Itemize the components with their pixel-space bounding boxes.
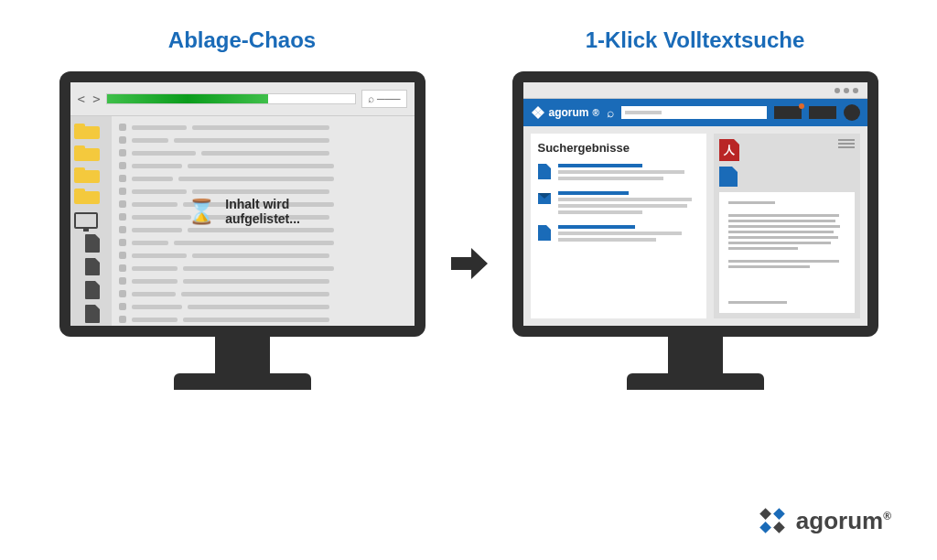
right-title: 1-Klick Volltextsuche [586, 27, 805, 53]
arrow-icon [447, 242, 490, 285]
folder-icon [74, 166, 100, 182]
folder-sidebar [70, 116, 112, 326]
document-icon [85, 258, 100, 276]
nav-arrows-icon: < > [78, 92, 101, 106]
search-icon: ⌕ [607, 105, 614, 120]
window-controls [523, 82, 867, 99]
document-icon [85, 281, 100, 299]
search-box: ⌕ ─── [361, 90, 407, 108]
left-monitor: < > ⌕ ─── [59, 71, 425, 390]
left-title: Ablage-Chaos [168, 27, 316, 53]
preview-panel: 人 [714, 134, 860, 318]
right-panel: 1-Klick Volltextsuche agorum® ⌕ [508, 27, 882, 390]
result-item[interactable] [538, 164, 699, 180]
results-title: Suchergebnisse [538, 141, 699, 155]
brand-logo: agorum® [531, 105, 599, 120]
svg-rect-7 [773, 522, 785, 533]
results-panel: Suchergebnisse [531, 134, 706, 318]
right-monitor: agorum® ⌕ Suchergebnisse [512, 71, 878, 390]
computer-icon [74, 212, 98, 229]
result-item[interactable] [538, 225, 699, 242]
footer-brand-text: agorum® [796, 507, 891, 535]
footer-brand: agorum® [756, 504, 891, 537]
mail-icon [538, 193, 551, 204]
hourglass-icon: ⌛ [187, 198, 216, 226]
toolbar-button[interactable] [774, 106, 802, 119]
search-input[interactable] [621, 106, 767, 119]
app-toolbar: agorum® ⌕ [523, 99, 867, 126]
document-icon [85, 305, 100, 323]
svg-rect-6 [759, 508, 771, 520]
folder-icon [74, 144, 100, 160]
folder-icon [74, 122, 100, 138]
svg-rect-4 [773, 508, 785, 520]
document-icon [85, 234, 100, 253]
result-item[interactable] [538, 191, 699, 214]
progress-bar [106, 93, 356, 104]
toolbar-button[interactable] [809, 106, 836, 119]
pdf-icon[interactable]: 人 [719, 139, 739, 161]
agorum-screen: agorum® ⌕ Suchergebnisse [523, 82, 867, 326]
document-icon [538, 225, 551, 241]
avatar[interactable] [844, 104, 860, 121]
document-preview [719, 192, 855, 313]
loading-text: Inhalt wird aufgelistet... [225, 197, 339, 226]
chaos-screen: < > ⌕ ─── [70, 82, 415, 326]
left-panel: Ablage-Chaos < > ⌕ ─── [55, 27, 429, 390]
svg-rect-5 [759, 522, 771, 533]
loading-overlay: ⌛ Inhalt wird aufgelistet... [187, 197, 339, 226]
file-list: ⌛ Inhalt wird aufgelistet... [112, 116, 415, 326]
menu-icon[interactable] [838, 139, 855, 148]
folder-icon [74, 187, 100, 203]
brand-text: agorum [549, 106, 589, 119]
document-icon [538, 164, 551, 179]
document-icon[interactable] [719, 167, 738, 187]
